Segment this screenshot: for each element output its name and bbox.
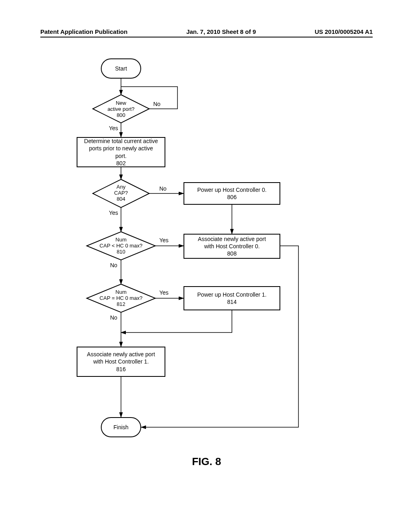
d800-yes: Yes xyxy=(109,125,118,131)
d810-yes: Yes xyxy=(159,237,169,243)
page-header: Patent Application Publication Jan. 7, 2… xyxy=(40,28,373,37)
d800-no: No xyxy=(153,101,161,107)
header-left: Patent Application Publication xyxy=(40,28,127,35)
d804-yes: Yes xyxy=(109,210,118,216)
figure-caption: FIG. 8 xyxy=(0,455,413,468)
process-806: Power up Host Controller 0. 806 xyxy=(184,182,280,205)
node-finish: Finish xyxy=(101,417,141,437)
d810-no: No xyxy=(110,262,117,268)
flowchart: Start New active port? 800 No Yes Determ… xyxy=(0,56,413,459)
decision-800: New active port? 800 xyxy=(101,100,141,118)
decision-810: Num CAP < HC 0 max? 810 xyxy=(95,237,147,255)
d812-yes: Yes xyxy=(159,289,169,296)
finish-text: Finish xyxy=(113,424,128,431)
node-start: Start xyxy=(101,58,141,79)
start-text: Start xyxy=(115,65,127,72)
process-814: Power up Host Controller 1. 814 xyxy=(184,286,280,310)
d804-no: No xyxy=(159,185,167,192)
decision-812: Num CAP = HC 0 max? 812 xyxy=(95,289,147,307)
process-802: Determine total current active ports pri… xyxy=(77,137,165,167)
d812-no: No xyxy=(110,314,117,321)
header-center: Jan. 7, 2010 Sheet 8 of 9 xyxy=(186,28,256,35)
process-816: Associate newly active port with Host Co… xyxy=(77,347,165,377)
process-808: Associate newly active port with Host Co… xyxy=(184,234,280,259)
header-right: US 2010/0005204 A1 xyxy=(315,28,373,35)
decision-804: Any CAP? 804 xyxy=(103,184,139,202)
